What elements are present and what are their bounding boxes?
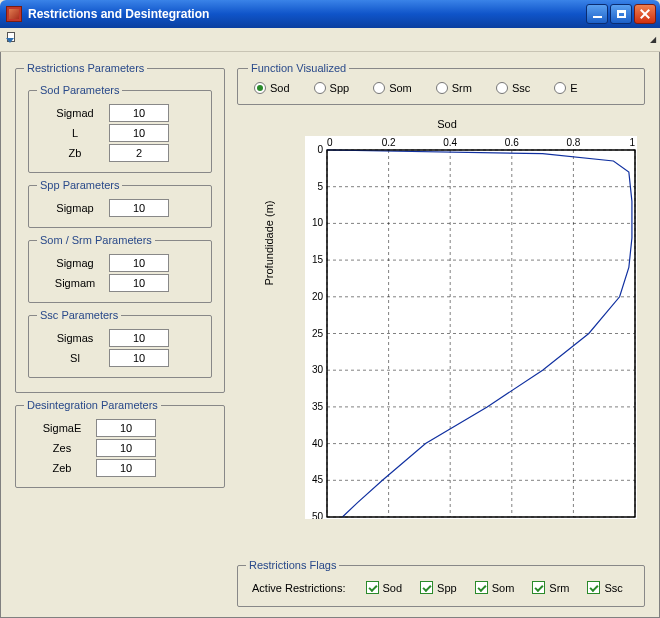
svg-text:40: 40 [312,438,324,449]
svg-text:0: 0 [317,144,323,155]
radio-e[interactable]: E [554,82,577,94]
active-restrictions-label: Active Restrictions: [252,582,346,594]
l-input[interactable] [109,124,169,142]
flag-som-label: Som [492,582,515,594]
svg-text:25: 25 [312,328,324,339]
flag-sod-label: Sod [383,582,403,594]
flag-spp-label: Spp [437,582,457,594]
radio-sod[interactable]: Sod [254,82,290,94]
svg-text:0: 0 [327,137,333,148]
svg-text:0.8: 0.8 [566,137,580,148]
window-controls [586,4,656,24]
zeb-label: Zeb [34,462,90,474]
titlebar: Restrictions and Desintegration [0,0,660,28]
chart-area: 00.20.40.60.8105101520253035404550 [305,136,637,519]
l-label: L [47,127,103,139]
zeb-input[interactable] [96,459,156,477]
right-column: Function Visualized Sod Spp Som Srm Ssc … [237,62,645,607]
radio-ssc[interactable]: Ssc [496,82,530,94]
sod-parameters-panel: Sod Parameters Sigmad L Zb [28,84,212,173]
chart-container: Sod Profundidade (m) 00.20.40.60.8105101… [249,118,645,537]
radio-srm-label: Srm [452,82,472,94]
desintegration-parameters-title: Desintegration Parameters [24,399,161,411]
flag-ssc-label: Ssc [604,582,622,594]
sigmae-label: SigmaE [34,422,90,434]
sigmad-input[interactable] [109,104,169,122]
workarea: Restrictions Parameters Sod Parameters S… [0,52,660,618]
svg-text:0.2: 0.2 [382,137,396,148]
minimize-button[interactable] [586,4,608,24]
svg-text:35: 35 [312,401,324,412]
sigmap-input[interactable] [109,199,169,217]
svg-text:0.6: 0.6 [505,137,519,148]
sod-parameters-title: Sod Parameters [37,84,122,96]
svg-text:10: 10 [312,217,324,228]
som-srm-parameters-title: Som / Srm Parameters [37,234,155,246]
desintegration-parameters-panel: Desintegration Parameters SigmaE Zes Zeb [15,399,225,488]
som-srm-parameters-panel: Som / Srm Parameters Sigmag Sigmam [28,234,212,303]
toolbar: ◢ [0,28,660,52]
zes-input[interactable] [96,439,156,457]
svg-text:50: 50 [312,511,324,519]
radio-spp-label: Spp [330,82,350,94]
radio-som-label: Som [389,82,412,94]
function-visualized-title: Function Visualized [248,62,349,74]
radio-som[interactable]: Som [373,82,412,94]
app-icon [6,6,22,22]
svg-text:5: 5 [317,181,323,192]
checkbox-icon [475,581,488,594]
sigmad-label: Sigmad [47,107,103,119]
sigmag-input[interactable] [109,254,169,272]
spp-parameters-panel: Spp Parameters Sigmap [28,179,212,228]
restrictions-flags-title: Restrictions Flags [246,559,339,571]
chart-title: Sod [249,118,645,130]
sigmae-input[interactable] [96,419,156,437]
chart-svg: 00.20.40.60.8105101520253035404550 [305,136,637,519]
ssc-parameters-panel: Ssc Parameters Sigmas Sl [28,309,212,378]
flag-sod[interactable]: Sod [366,581,403,594]
sigmam-label: Sigmam [47,277,103,289]
radio-ssc-label: Ssc [512,82,530,94]
checkbox-icon [366,581,379,594]
sigmag-label: Sigmag [47,257,103,269]
radio-circle-icon [496,82,508,94]
svg-text:15: 15 [312,254,324,265]
svg-text:1: 1 [629,137,635,148]
radio-circle-icon [373,82,385,94]
sigmam-input[interactable] [109,274,169,292]
sigmas-input[interactable] [109,329,169,347]
restrictions-flags-panel: Restrictions Flags Active Restrictions: … [237,559,645,607]
flag-som[interactable]: Som [475,581,515,594]
svg-text:0.4: 0.4 [443,137,457,148]
radio-circle-icon [314,82,326,94]
left-column: Restrictions Parameters Sod Parameters S… [15,62,225,494]
checkbox-icon [420,581,433,594]
zes-label: Zes [34,442,90,454]
print-icon[interactable] [4,32,20,48]
sl-label: Sl [47,352,103,364]
toolbar-expand-icon[interactable]: ◢ [650,35,656,44]
sigmap-label: Sigmap [47,202,103,214]
window-title: Restrictions and Desintegration [28,7,209,21]
radio-sod-label: Sod [270,82,290,94]
flag-srm[interactable]: Srm [532,581,569,594]
zb-input[interactable] [109,144,169,162]
flag-ssc[interactable]: Ssc [587,581,622,594]
radio-circle-icon [554,82,566,94]
restrictions-parameters-panel: Restrictions Parameters Sod Parameters S… [15,62,225,393]
sl-input[interactable] [109,349,169,367]
radio-spp[interactable]: Spp [314,82,350,94]
sigmas-label: Sigmas [47,332,103,344]
checkbox-icon [587,581,600,594]
radio-circle-icon [436,82,448,94]
close-button[interactable] [634,4,656,24]
flag-spp[interactable]: Spp [420,581,457,594]
radio-circle-icon [254,82,266,94]
maximize-button[interactable] [610,4,632,24]
restrictions-parameters-title: Restrictions Parameters [24,62,147,74]
zb-label: Zb [47,147,103,159]
chart-ylabel: Profundidade (m) [263,200,275,285]
radio-srm[interactable]: Srm [436,82,472,94]
svg-text:30: 30 [312,364,324,375]
spp-parameters-title: Spp Parameters [37,179,122,191]
